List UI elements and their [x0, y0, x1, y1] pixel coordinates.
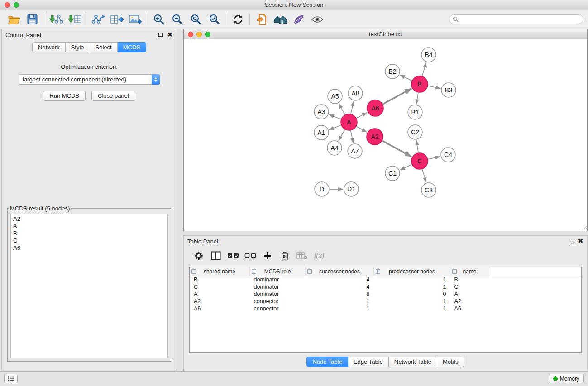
- network-zoom-button[interactable]: [205, 32, 210, 37]
- network-node-B4[interactable]: B4: [421, 48, 436, 62]
- table-row[interactable]: Cdominator41C: [190, 283, 581, 291]
- network-edge-A-A8[interactable]: [351, 101, 354, 114]
- import-table-button[interactable]: [65, 12, 84, 27]
- float-panel-icon[interactable]: [158, 33, 163, 37]
- network-edge-B-B4[interactable]: [422, 62, 426, 76]
- tab-motifs[interactable]: Motifs: [437, 357, 464, 367]
- network-node-A7[interactable]: A7: [348, 144, 362, 158]
- network-edge-A2-C[interactable]: [382, 141, 412, 157]
- mcds-result-item[interactable]: C: [13, 237, 165, 244]
- network-node-C3[interactable]: C3: [421, 183, 436, 197]
- zoom-fit-button[interactable]: [186, 12, 205, 27]
- network-node-D[interactable]: D: [315, 182, 329, 196]
- show-columns-button[interactable]: [207, 248, 225, 263]
- network-edge-C-C1[interactable]: [400, 165, 411, 170]
- network-edge-B-B3[interactable]: [428, 86, 441, 89]
- network-minimize-button[interactable]: [196, 32, 202, 37]
- delete-row-button[interactable]: [276, 248, 293, 263]
- table-row[interactable]: A6connector11A6: [190, 305, 581, 312]
- network-edge-B-B2[interactable]: [400, 75, 411, 81]
- column-header-mcds-role[interactable]: MCDS role: [250, 267, 306, 276]
- zoom-in-button[interactable]: [149, 12, 168, 27]
- annotation-tool-button[interactable]: [289, 12, 308, 27]
- node-table-container[interactable]: shared nameMCDS rolesuccessor nodesprede…: [189, 267, 582, 353]
- optimization-criterion-dropdown[interactable]: largest connected component (directed): [19, 74, 160, 85]
- mcds-result-item[interactable]: A6: [13, 244, 165, 252]
- refresh-view-button[interactable]: [229, 12, 247, 27]
- network-node-A8[interactable]: A8: [348, 86, 363, 100]
- table-row[interactable]: A2connector11A2: [190, 298, 581, 305]
- column-header-successor-nodes[interactable]: successor nodes: [306, 267, 374, 276]
- tab-network[interactable]: Network: [32, 42, 66, 52]
- run-mcds-button[interactable]: Run MCDS: [43, 91, 86, 101]
- network-close-button[interactable]: [188, 32, 193, 37]
- network-edge-A6-B[interactable]: [383, 89, 412, 104]
- table-row[interactable]: Bdominator41B: [190, 276, 581, 284]
- network-node-C4[interactable]: C4: [441, 148, 455, 162]
- save-session-button[interactable]: [23, 12, 42, 27]
- network-edge-C-C3[interactable]: [422, 169, 426, 182]
- export-image-button[interactable]: [126, 12, 144, 27]
- tab-mcds[interactable]: MCDS: [118, 42, 146, 52]
- network-node-C[interactable]: C: [411, 153, 428, 169]
- mcds-result-item[interactable]: A: [13, 223, 165, 230]
- visibility-button[interactable]: [308, 12, 326, 27]
- network-edge-A-A2[interactable]: [357, 126, 367, 132]
- delete-table-button[interactable]: [293, 248, 311, 263]
- network-node-A3[interactable]: A3: [314, 105, 329, 119]
- network-node-A2[interactable]: A2: [367, 129, 383, 145]
- zoom-window-button[interactable]: [14, 2, 19, 8]
- close-window-button[interactable]: [5, 2, 10, 8]
- tab-network-table[interactable]: Network Table: [389, 357, 437, 367]
- network-node-B3[interactable]: B3: [441, 83, 456, 97]
- network-node-D1[interactable]: D1: [344, 182, 359, 196]
- network-node-A6[interactable]: A6: [367, 100, 383, 116]
- export-network-button[interactable]: [89, 12, 107, 27]
- mcds-result-item[interactable]: A2: [13, 215, 165, 223]
- zoom-out-button[interactable]: [168, 12, 186, 27]
- float-table-panel-icon[interactable]: [569, 239, 573, 243]
- close-panel-button[interactable]: Close panel: [91, 91, 135, 101]
- export-table-button[interactable]: [107, 12, 126, 27]
- close-panel-icon[interactable]: ✖: [167, 32, 172, 37]
- search-input[interactable]: [460, 16, 580, 23]
- network-node-A4[interactable]: A4: [327, 141, 342, 155]
- deselect-all-button[interactable]: [242, 248, 259, 263]
- document-tool-button[interactable]: [252, 12, 271, 27]
- tab-edge-table[interactable]: Edge Table: [348, 357, 389, 367]
- network-node-A5[interactable]: A5: [328, 89, 342, 104]
- column-header-shared-name[interactable]: shared name: [190, 267, 250, 276]
- mcds-result-list[interactable]: A2ABCA6: [10, 214, 168, 358]
- network-node-C2[interactable]: C2: [408, 125, 422, 139]
- network-canvas[interactable]: B4B2BB3A5A8A6A3B1AA1C2A2A4A7C4CC1DD1C3: [184, 39, 587, 231]
- network-edge-A-A3[interactable]: [329, 114, 341, 119]
- select-all-button[interactable]: [225, 248, 242, 263]
- network-edge-C-C2[interactable]: [416, 140, 418, 152]
- resize-grip[interactable]: [581, 225, 587, 231]
- network-node-C1[interactable]: C1: [385, 166, 400, 181]
- network-node-B[interactable]: B: [411, 76, 428, 92]
- network-window-titlebar[interactable]: testGlobe.txt: [184, 29, 587, 40]
- search-box[interactable]: [449, 14, 583, 24]
- network-node-A1[interactable]: A1: [314, 125, 329, 140]
- tab-select[interactable]: Select: [90, 42, 118, 52]
- zoom-selected-button[interactable]: [205, 12, 224, 27]
- table-settings-button[interactable]: [190, 248, 207, 263]
- network-edge-A-A4[interactable]: [339, 130, 345, 141]
- network-edge-B-B1[interactable]: [416, 93, 418, 104]
- home-views-button[interactable]: [271, 12, 289, 27]
- mcds-result-item[interactable]: B: [13, 230, 165, 237]
- network-node-B2[interactable]: B2: [385, 64, 400, 79]
- close-table-panel-icon[interactable]: ✖: [578, 238, 583, 243]
- add-row-button[interactable]: [259, 248, 276, 263]
- memory-button[interactable]: Memory: [549, 374, 584, 383]
- table-row[interactable]: Adominator80A: [190, 291, 581, 298]
- function-builder-button[interactable]: f(x): [311, 248, 328, 263]
- network-node-A[interactable]: A: [341, 114, 357, 130]
- task-history-button[interactable]: [4, 374, 18, 383]
- open-session-button[interactable]: [5, 12, 23, 27]
- column-header-name[interactable]: name: [450, 267, 489, 276]
- network-edge-C-C4[interactable]: [428, 157, 440, 159]
- network-edge-A-A7[interactable]: [351, 131, 354, 143]
- network-edge-A-A1[interactable]: [329, 125, 341, 130]
